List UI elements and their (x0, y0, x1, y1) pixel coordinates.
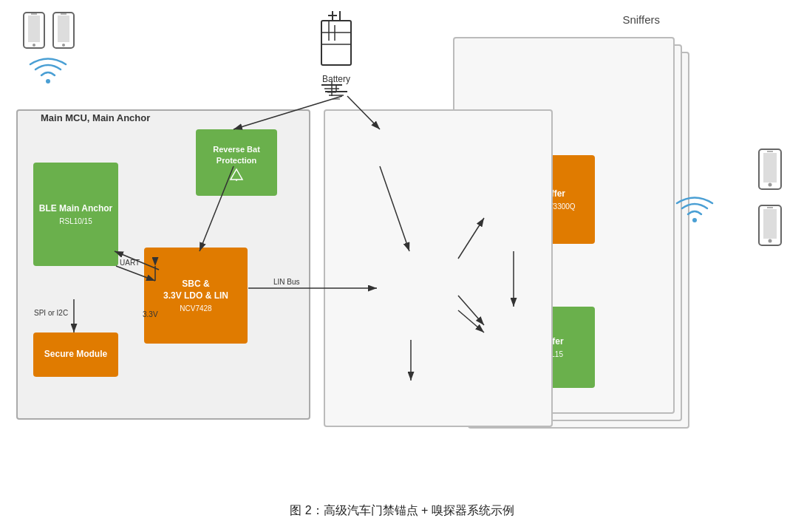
svg-point-30 (46, 79, 50, 83)
wifi-topleft (28, 53, 69, 89)
phone-right-1 (757, 148, 783, 191)
svg-rect-46 (763, 153, 777, 183)
battery-label: Battery (318, 74, 355, 84)
diagram-caption: 图 2：高级汽车门禁锚点 + 嗅探器系统示例 (0, 503, 804, 519)
sniffers-label: Sniffers (622, 13, 660, 26)
svg-point-51 (769, 239, 772, 243)
svg-rect-50 (763, 209, 777, 239)
svg-point-28 (62, 44, 65, 47)
v33-main-label: 3.3V (143, 310, 158, 318)
phone-icon-2 (52, 11, 75, 50)
wifi-right (675, 192, 715, 228)
sbc-main-block: SBC &3.3V LDO & LIN NCV7428 (144, 248, 248, 344)
spi-i2c-main-label: SPI or I2C (34, 309, 68, 317)
battery-svg (318, 7, 355, 74)
phones-right (757, 148, 783, 247)
secure-module-block: Secure Module (33, 332, 118, 377)
svg-marker-41 (231, 169, 242, 180)
phone-right-2 (757, 204, 783, 247)
svg-point-47 (769, 183, 772, 187)
svg-rect-23 (28, 16, 40, 42)
diagram-container: Battery Sniffers Main MCU, Main Anchor B… (0, 0, 804, 532)
uart-label-1: UART (120, 259, 140, 267)
svg-rect-34 (321, 21, 351, 65)
svg-point-24 (33, 44, 35, 47)
battery-block: Battery (318, 7, 355, 107)
svg-rect-27 (58, 16, 69, 42)
rev-bat-main-block: Reverse BatProtection (196, 129, 277, 196)
phone-icon-1 (22, 11, 46, 50)
phones-topleft (22, 11, 75, 50)
main-mcu-label: Main MCU, Main Anchor (41, 112, 150, 123)
svg-point-53 (692, 218, 697, 222)
lin-bus-label: LIN Bus (273, 278, 300, 286)
door-sniffer-box (324, 109, 553, 427)
ble-main-anchor-block: BLE Main Anchor RSL10/15 (33, 163, 118, 266)
